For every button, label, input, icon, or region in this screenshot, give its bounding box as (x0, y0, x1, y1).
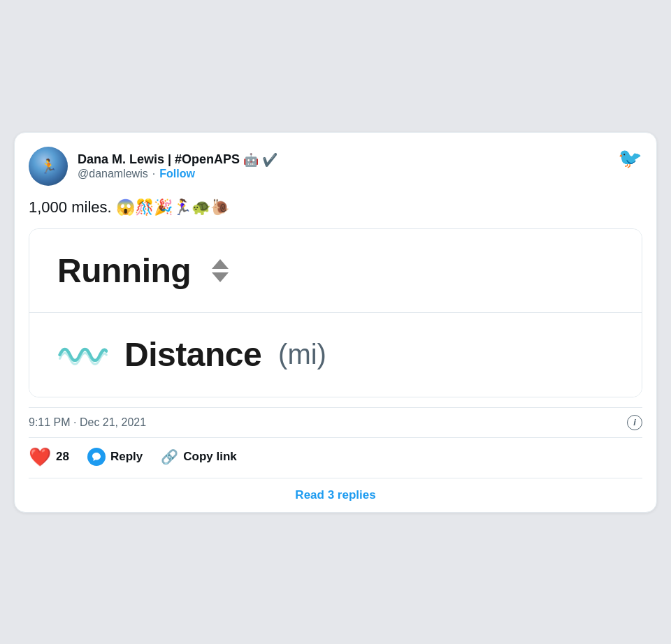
avatar[interactable]: 🏃 (29, 147, 68, 186)
embed-top-section: Running (29, 229, 642, 312)
arrow-up-icon (212, 259, 229, 269)
name-text: Dana M. Lewis | #OpenAPS (78, 152, 240, 167)
sort-arrows-icon (212, 259, 229, 282)
tweet-header: 🏃 Dana M. Lewis | #OpenAPS 🤖 ✔️ @danamle… (29, 147, 642, 186)
read-replies-button[interactable]: Read 3 replies (29, 478, 642, 512)
running-label: Running (57, 251, 191, 290)
distance-label: Distance (124, 335, 261, 374)
verified-badge-icon: ✔️ (262, 152, 277, 168)
twitter-logo-icon: 🐦 (618, 147, 642, 170)
reply-bubble-icon (87, 448, 106, 466)
username-row: @danamlewis · Follow (78, 168, 277, 180)
follow-button[interactable]: Follow (159, 168, 195, 180)
username-text: @danamlewis (78, 168, 148, 180)
dot-separator: · (152, 168, 155, 180)
timestamp-row: 9:11 PM · Dec 21, 2021 i (29, 407, 642, 437)
tweet-card: 🏃 Dana M. Lewis | #OpenAPS 🤖 ✔️ @danamle… (14, 132, 657, 513)
actions-row: ❤️ 28 Reply 🔗 Copy link (29, 437, 642, 476)
user-info-section: 🏃 Dana M. Lewis | #OpenAPS 🤖 ✔️ @danamle… (29, 147, 277, 186)
copy-link-action[interactable]: 🔗 Copy link (161, 448, 237, 465)
info-icon[interactable]: i (627, 415, 642, 430)
reply-action[interactable]: Reply (87, 448, 143, 466)
heart-icon: ❤️ (29, 446, 51, 468)
robot-emoji: 🤖 (243, 152, 259, 168)
like-action[interactable]: ❤️ 28 (29, 446, 69, 468)
arrow-down-icon (212, 272, 229, 282)
user-details: Dana M. Lewis | #OpenAPS 🤖 ✔️ @danamlewi… (78, 152, 277, 180)
link-icon: 🔗 (161, 448, 178, 465)
avatar-image: 🏃 (29, 147, 68, 186)
embedded-card: Running Distance (mi) (29, 228, 642, 397)
like-count: 28 (56, 450, 69, 464)
timestamp-text: 9:11 PM · Dec 21, 2021 (29, 416, 146, 429)
tweet-text: 1,000 miles. 😱🎊🎉🏃‍♀️🐢🐌 (29, 196, 642, 219)
distance-unit: (mi) (278, 339, 326, 370)
display-name: Dana M. Lewis | #OpenAPS 🤖 ✔️ (78, 152, 277, 168)
embed-bottom-section: Distance (mi) (29, 313, 642, 397)
reply-label: Reply (110, 450, 143, 464)
wave-icon (57, 335, 108, 374)
copy-link-label: Copy link (183, 450, 237, 464)
